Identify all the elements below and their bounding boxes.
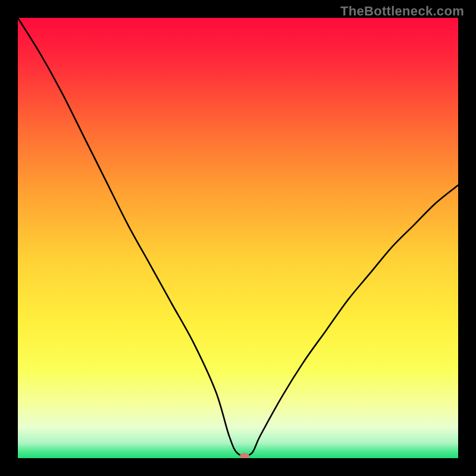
chart-frame: TheBottleneck.com (0, 0, 476, 476)
plot-area (18, 18, 458, 458)
watermark-text: TheBottleneck.com (340, 4, 464, 19)
gradient-background (18, 18, 458, 458)
bottleneck-chart (18, 18, 458, 458)
